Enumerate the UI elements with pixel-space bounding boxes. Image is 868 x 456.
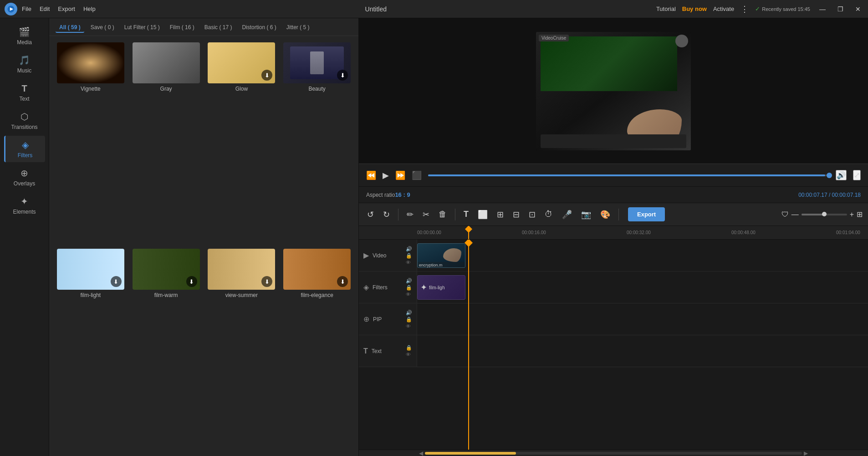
filter-track-mute-icon[interactable]: 🔊 — [406, 278, 412, 284]
rewind-button[interactable]: ⏪ — [366, 170, 376, 180]
video-screen-glow — [541, 36, 677, 91]
transform-button[interactable]: ⊞ — [494, 208, 506, 221]
text-track-eye-icon[interactable]: 👁 — [406, 352, 412, 357]
tutorial-link[interactable]: Tutorial — [656, 5, 676, 12]
zoom-progress — [802, 214, 824, 215]
filter-item-view-summer[interactable]: ⬇ view-summer — [207, 249, 277, 450]
filter-tab-save[interactable]: Save ( 0 ) — [87, 23, 118, 33]
app-logo — [5, 3, 17, 15]
filter-tab-basic[interactable]: Basic ( 17 ) — [201, 23, 236, 33]
timeline-tracks: ▶ Video 🔊 🔒 👁 encrypt — [359, 240, 868, 450]
filter-item-glow[interactable]: ⬇ Glow — [207, 42, 277, 243]
filter-item-beauty[interactable]: ⬇ Beauty — [282, 42, 352, 243]
export-button[interactable]: Export — [628, 207, 665, 221]
download-badge-beauty[interactable]: ⬇ — [337, 70, 348, 81]
menu-export[interactable]: Export — [58, 5, 75, 12]
preview-timeline-slider[interactable] — [428, 174, 829, 176]
current-time-display: 00:00:07.17 / 00:00:07.18 — [798, 192, 861, 198]
download-badge-film-warm[interactable]: ⬇ — [186, 276, 197, 287]
crop-button[interactable]: ⬜ — [475, 208, 490, 221]
filter-tab-film[interactable]: Film ( 16 ) — [166, 23, 198, 33]
sidebar-item-filters[interactable]: ◈ Filters — [4, 136, 45, 162]
filter-tab-jitter[interactable]: Jitter ( 5 ) — [283, 23, 313, 33]
download-badge-film-light[interactable]: ⬇ — [111, 276, 122, 287]
media-icon: 🎬 — [19, 26, 30, 37]
pen-button[interactable]: ✏ — [404, 208, 416, 221]
fast-forward-button[interactable]: ⏩ — [395, 170, 405, 180]
more-options-button[interactable]: ⋮ — [740, 4, 749, 14]
activate-link[interactable]: Activate — [713, 5, 734, 12]
filter-track-lock-icon[interactable]: 🔒 — [406, 285, 412, 291]
filter-item-film-warm[interactable]: ⬇ film-warm — [131, 249, 201, 450]
text-tool-button[interactable]: T — [461, 208, 471, 221]
buy-now-link[interactable]: Buy now — [682, 5, 707, 12]
video-track-icon: ▶ — [363, 251, 369, 260]
scroll-left-arrow[interactable]: ◀ — [417, 450, 425, 456]
filter-item-vignette[interactable]: Vignette — [56, 42, 126, 243]
download-badge-film-elegance[interactable]: ⬇ — [337, 276, 348, 287]
play-button[interactable]: ▶ — [383, 170, 389, 180]
pip-track-eye-icon[interactable]: 👁 — [406, 323, 412, 329]
minimize-button[interactable]: — — [817, 5, 828, 13]
menu-help[interactable]: Help — [83, 5, 96, 12]
download-badge-glow[interactable]: ⬇ — [261, 70, 272, 81]
sidebar-item-music[interactable]: 🎵 Music — [4, 51, 45, 77]
filter-tab-distortion[interactable]: Distortion ( 6 ) — [238, 23, 280, 33]
menu-file[interactable]: File — [22, 5, 31, 12]
audio-button[interactable]: 🎤 — [559, 208, 575, 221]
filter-track-eye-icon[interactable]: 👁 — [406, 292, 412, 297]
volume-button[interactable]: 🔊 — [836, 170, 847, 180]
zoom-out-button[interactable]: — — [791, 210, 799, 219]
filter-item-film-light[interactable]: ⬇ film-light — [56, 249, 126, 450]
maximize-button[interactable]: ❐ — [835, 5, 846, 13]
sidebar-item-overlays[interactable]: ⊕ Overlays — [4, 164, 45, 190]
sidebar-item-transitions[interactable]: ⬡ Transitions — [4, 108, 45, 134]
color-button[interactable]: 🎨 — [597, 208, 613, 221]
filter-tab-all[interactable]: All ( 59 ) — [56, 23, 84, 33]
filter-item-film-elegance[interactable]: ⬇ film-elegance — [282, 249, 352, 450]
zoom-in-button[interactable]: + — [850, 210, 854, 219]
zoom-slider[interactable] — [802, 214, 847, 215]
filters-track-name: Filters — [373, 284, 402, 291]
sidebar-item-elements[interactable]: ✦ Elements — [4, 192, 45, 219]
overlays-icon: ⊕ — [20, 168, 28, 179]
text-track-lock-icon[interactable]: 🔒 — [406, 345, 412, 351]
pip-track-mute-icon[interactable]: 🔊 — [406, 310, 412, 316]
titlebar-right: Tutorial Buy now Activate ⋮ ✓ Recently s… — [656, 4, 863, 14]
layout-button[interactable]: ⊟ — [510, 208, 522, 221]
pip-track-lock-icon[interactable]: 🔒 — [406, 317, 412, 323]
timeline-scroll-track[interactable] — [425, 452, 802, 455]
filters-track-icon: ◈ — [363, 283, 369, 292]
scroll-right-arrow[interactable]: ▶ — [802, 450, 810, 456]
toolbar: ↺ ↻ ✏ ✂ 🗑 T ⬜ ⊞ ⊟ ⊡ ⏱ 🎤 📷 🎨 Export 🛡 — — [359, 203, 868, 226]
timer-button[interactable]: ⏱ — [542, 208, 556, 221]
wrap-button[interactable]: ⊡ — [526, 208, 538, 221]
filter-item-gray[interactable]: Gray — [131, 42, 201, 243]
track-mute-icon[interactable]: 🔊 — [406, 246, 412, 252]
pip-track-icon: ⊕ — [363, 315, 369, 323]
expand-button[interactable]: ⤢ — [853, 170, 861, 180]
delete-button[interactable]: 🗑 — [436, 208, 449, 221]
filter-tab-lut[interactable]: Lut Filter ( 15 ) — [121, 23, 163, 33]
redo-button[interactable]: ↻ — [380, 208, 393, 221]
menu-edit[interactable]: Edit — [40, 5, 50, 12]
music-icon: 🎵 — [19, 55, 30, 66]
sidebar-label-filters: Filters — [18, 152, 33, 159]
track-eye-icon[interactable]: 👁 — [406, 260, 412, 265]
filter-clip[interactable]: ✦ film-ligh — [417, 275, 465, 300]
stop-button[interactable]: ⬛ — [412, 170, 422, 180]
filter-tabs: All ( 59 ) Save ( 0 ) Lut Filter ( 15 ) … — [49, 18, 358, 36]
track-lock-icon[interactable]: 🔒 — [406, 253, 412, 259]
cut-button[interactable]: ✂ — [420, 208, 432, 221]
menu-bar: File Edit Export Help — [22, 5, 96, 12]
camera-button[interactable]: 📷 — [578, 208, 594, 221]
fit-button[interactable]: ⊞ — [857, 210, 863, 219]
sidebar-item-text[interactable]: T Text — [4, 79, 45, 106]
sidebar-item-media[interactable]: 🎬 Media — [4, 23, 45, 49]
filter-thumb-beauty: ⬇ — [283, 42, 351, 83]
download-badge-view-summer[interactable]: ⬇ — [261, 276, 272, 287]
toolbar-divider-1 — [398, 209, 398, 220]
undo-button[interactable]: ↺ — [364, 208, 377, 221]
video-clip[interactable]: encryption.m — [417, 243, 465, 268]
close-button[interactable]: ✕ — [853, 5, 863, 13]
